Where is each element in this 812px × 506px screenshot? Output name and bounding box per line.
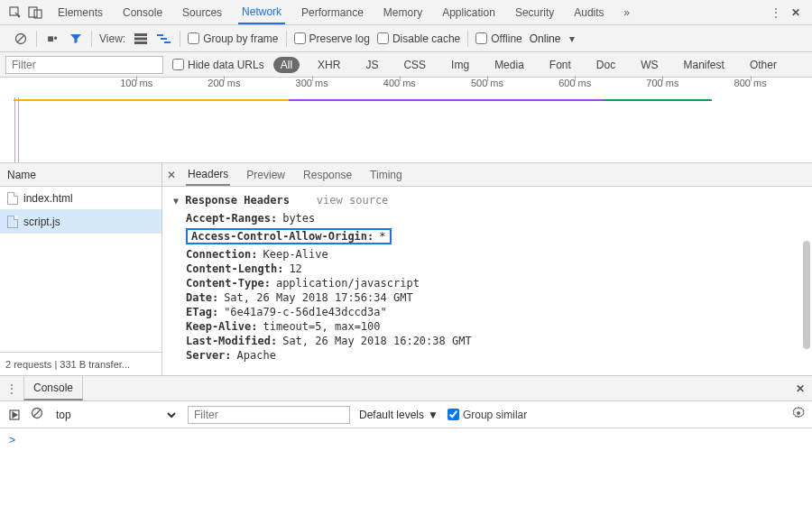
type-other[interactable]: Other: [743, 57, 784, 73]
clear-icon[interactable]: [13, 31, 29, 47]
scrollbar-thumb[interactable]: [803, 241, 810, 349]
offline-checkbox[interactable]: Offline: [475, 32, 521, 45]
request-detail: ✕ HeadersPreviewResponseTiming ▼ Respons…: [162, 163, 812, 375]
log-levels-select[interactable]: Default levels ▼: [359, 409, 438, 421]
ruler-tick: 500 ms: [471, 78, 503, 88]
tab-memory[interactable]: Memory: [380, 0, 426, 24]
console-filter-input[interactable]: [188, 406, 350, 424]
ruler-tick: 100 ms: [120, 78, 152, 88]
svg-rect-7: [134, 41, 147, 44]
console-tab[interactable]: Console: [23, 376, 83, 400]
close-detail-icon[interactable]: ✕: [162, 163, 180, 187]
timeline-overview[interactable]: 100 ms200 ms300 ms400 ms500 ms600 ms700 …: [0, 78, 812, 163]
tab-elements[interactable]: Elements: [54, 0, 106, 24]
detail-tab-response[interactable]: Response: [301, 163, 354, 186]
view-source-link[interactable]: view source: [317, 194, 388, 207]
filter-input[interactable]: [5, 56, 163, 74]
overflow-icon[interactable]: »: [617, 4, 637, 22]
resource-type-filters: AllXHRJSCSSImgMediaFontDocWSManifestOthe…: [273, 57, 784, 73]
drawer-menu-icon[interactable]: ⋮: [0, 382, 23, 395]
detail-tab-timing[interactable]: Timing: [368, 163, 404, 186]
camera-icon[interactable]: ■•: [44, 31, 60, 47]
inspect-icon[interactable]: [5, 4, 25, 22]
filter-bar: Hide data URLs AllXHRJSCSSImgMediaFontDo…: [0, 52, 812, 78]
detail-tabs: HeadersPreviewResponseTiming: [162, 163, 812, 187]
network-toolbar: ■• View: Group by frame Preserve log Dis…: [0, 25, 812, 52]
tab-audits[interactable]: Audits: [570, 0, 607, 24]
tab-sources[interactable]: Sources: [179, 0, 226, 24]
main-toolbar: ElementsConsoleSourcesNetworkPerformance…: [0, 0, 812, 25]
console-drawer: ⋮ Console ✕ top Default levels ▼ Group s…: [0, 375, 812, 452]
request-row[interactable]: script.js: [0, 210, 161, 234]
kebab-menu-icon[interactable]: ⋮: [767, 6, 785, 19]
name-column-header[interactable]: Name: [0, 163, 161, 187]
response-header: Server:Apache: [186, 349, 801, 362]
response-header: Connection:Keep-Alive: [186, 248, 801, 261]
ruler-tick: 200 ms: [208, 78, 240, 88]
svg-rect-5: [134, 33, 147, 36]
type-manifest[interactable]: Manifest: [677, 57, 732, 73]
tab-console[interactable]: Console: [119, 0, 166, 24]
response-header: Content-Length:12: [186, 262, 801, 275]
response-header: Access-Control-Allow-Origin:*: [186, 228, 392, 244]
type-font[interactable]: Font: [542, 57, 578, 73]
tab-performance[interactable]: Performance: [298, 0, 367, 24]
preserve-log-checkbox[interactable]: Preserve log: [294, 32, 370, 45]
status-bar: 2 requests | 331 B transfer...: [0, 352, 161, 375]
tab-network[interactable]: Network: [238, 0, 285, 24]
request-list: Name index.htmlscript.js 2 requests | 33…: [0, 163, 162, 375]
type-all[interactable]: All: [273, 57, 300, 73]
group-by-frame-checkbox[interactable]: Group by frame: [188, 32, 278, 45]
hide-data-urls-checkbox[interactable]: Hide data URLs: [172, 59, 264, 71]
type-img[interactable]: Img: [444, 57, 476, 73]
svg-rect-8: [157, 34, 163, 36]
response-header: ETag:"6e41a79-c-56d1e43dccd3a": [186, 306, 801, 318]
svg-rect-10: [164, 41, 171, 43]
filter-toggle-icon[interactable]: [68, 31, 84, 47]
disable-cache-checkbox[interactable]: Disable cache: [377, 32, 460, 45]
response-header: Date:Sat, 26 May 2018 17:56:34 GMT: [186, 291, 801, 304]
response-header: Content-Type:application/javascript: [186, 277, 801, 290]
detail-tab-headers[interactable]: Headers: [186, 163, 230, 186]
devtools-tabs: ElementsConsoleSourcesNetworkPerformance…: [54, 0, 608, 24]
type-css[interactable]: CSS: [396, 57, 433, 73]
response-headers-section[interactable]: ▼ Response Headers view source: [173, 194, 801, 207]
group-similar-checkbox[interactable]: Group similar: [448, 409, 527, 421]
file-name: script.js: [23, 216, 60, 228]
device-toggle-icon[interactable]: [25, 4, 45, 22]
type-media[interactable]: Media: [487, 57, 531, 73]
console-settings-icon[interactable]: [792, 407, 805, 422]
request-row[interactable]: index.html: [0, 187, 161, 210]
response-header: Last-Modified:Sat, 26 May 2018 16:20:38 …: [186, 335, 801, 347]
ruler-tick: 400 ms: [383, 78, 416, 88]
large-rows-icon[interactable]: [133, 31, 149, 47]
tab-application[interactable]: Application: [438, 0, 499, 24]
response-header: Accept-Ranges:bytes: [186, 212, 801, 225]
file-name: index.html: [23, 192, 73, 205]
detail-tab-preview[interactable]: Preview: [245, 163, 287, 186]
svg-rect-9: [161, 38, 167, 40]
waterfall-icon[interactable]: [156, 31, 172, 47]
ruler-tick: 800 ms: [734, 78, 767, 88]
type-doc[interactable]: Doc: [589, 57, 623, 73]
type-xhr[interactable]: XHR: [310, 57, 347, 73]
response-header: Keep-Alive:timeout=5, max=100: [186, 320, 801, 333]
file-icon: [7, 192, 18, 205]
execution-context-icon[interactable]: [7, 408, 22, 422]
type-ws[interactable]: WS: [633, 57, 665, 73]
type-js[interactable]: JS: [358, 57, 385, 73]
context-select[interactable]: top: [52, 408, 179, 422]
svg-rect-1: [29, 7, 37, 17]
close-drawer-icon[interactable]: ✕: [789, 382, 812, 395]
svg-line-13: [33, 409, 41, 417]
file-icon: [7, 216, 18, 228]
throttling-select[interactable]: Online▾: [530, 32, 576, 45]
tab-security[interactable]: Security: [512, 0, 558, 24]
console-prompt[interactable]: >: [0, 428, 812, 452]
svg-line-4: [17, 35, 24, 42]
view-label: View:: [99, 32, 125, 45]
svg-rect-6: [134, 37, 147, 40]
ruler-tick: 600 ms: [558, 78, 591, 88]
close-devtools-icon[interactable]: ✕: [785, 6, 807, 19]
clear-console-icon[interactable]: [31, 407, 43, 422]
